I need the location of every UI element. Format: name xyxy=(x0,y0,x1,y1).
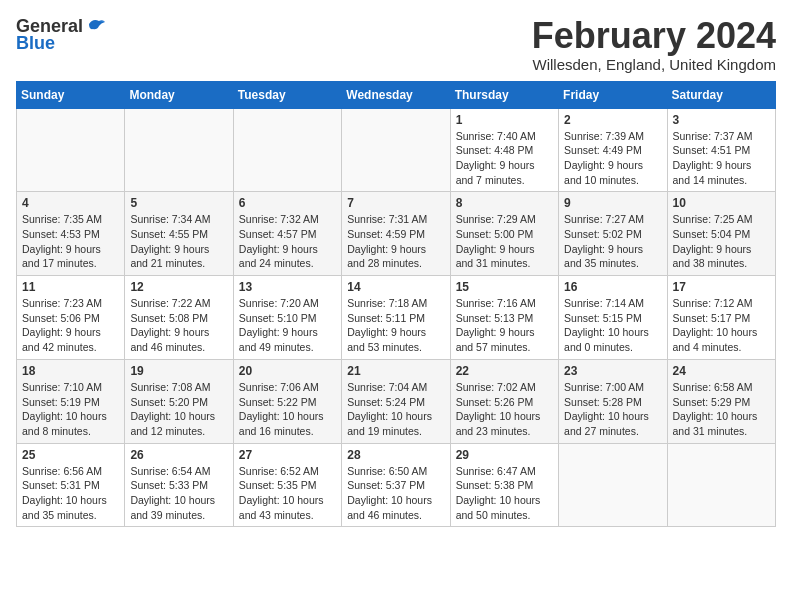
daylight-label: Daylight: 10 hours and 19 minutes. xyxy=(347,410,432,437)
calendar-cell: 24 Sunrise: 6:58 AM Sunset: 5:29 PM Dayl… xyxy=(667,359,775,443)
calendar-cell: 4 Sunrise: 7:35 AM Sunset: 4:53 PM Dayli… xyxy=(17,192,125,276)
day-number: 8 xyxy=(456,196,553,210)
daylight-label: Daylight: 10 hours and 8 minutes. xyxy=(22,410,107,437)
cell-content: Sunrise: 7:18 AM Sunset: 5:11 PM Dayligh… xyxy=(347,296,444,355)
daylight-label: Daylight: 9 hours and 28 minutes. xyxy=(347,243,426,270)
sunset-label: Sunset: 5:38 PM xyxy=(456,479,534,491)
cell-content: Sunrise: 7:02 AM Sunset: 5:26 PM Dayligh… xyxy=(456,380,553,439)
sunrise-label: Sunrise: 7:20 AM xyxy=(239,297,319,309)
calendar-header-row: SundayMondayTuesdayWednesdayThursdayFrid… xyxy=(17,81,776,108)
sunrise-label: Sunrise: 7:02 AM xyxy=(456,381,536,393)
sunset-label: Sunset: 5:02 PM xyxy=(564,228,642,240)
daylight-label: Daylight: 9 hours and 21 minutes. xyxy=(130,243,209,270)
calendar-cell: 26 Sunrise: 6:54 AM Sunset: 5:33 PM Dayl… xyxy=(125,443,233,527)
cell-content: Sunrise: 7:37 AM Sunset: 4:51 PM Dayligh… xyxy=(673,129,770,188)
sunset-label: Sunset: 5:00 PM xyxy=(456,228,534,240)
day-number: 20 xyxy=(239,364,336,378)
daylight-label: Daylight: 9 hours and 38 minutes. xyxy=(673,243,752,270)
sunset-label: Sunset: 5:17 PM xyxy=(673,312,751,324)
cell-content: Sunrise: 7:04 AM Sunset: 5:24 PM Dayligh… xyxy=(347,380,444,439)
cell-content: Sunrise: 7:08 AM Sunset: 5:20 PM Dayligh… xyxy=(130,380,227,439)
sunrise-label: Sunrise: 6:47 AM xyxy=(456,465,536,477)
cell-content: Sunrise: 7:27 AM Sunset: 5:02 PM Dayligh… xyxy=(564,212,661,271)
cell-content: Sunrise: 7:06 AM Sunset: 5:22 PM Dayligh… xyxy=(239,380,336,439)
day-number: 16 xyxy=(564,280,661,294)
sunset-label: Sunset: 4:59 PM xyxy=(347,228,425,240)
sunrise-label: Sunrise: 7:23 AM xyxy=(22,297,102,309)
cell-content: Sunrise: 7:29 AM Sunset: 5:00 PM Dayligh… xyxy=(456,212,553,271)
calendar-cell: 14 Sunrise: 7:18 AM Sunset: 5:11 PM Dayl… xyxy=(342,276,450,360)
sunset-label: Sunset: 5:13 PM xyxy=(456,312,534,324)
cell-content: Sunrise: 6:58 AM Sunset: 5:29 PM Dayligh… xyxy=(673,380,770,439)
sunrise-label: Sunrise: 6:52 AM xyxy=(239,465,319,477)
cell-content: Sunrise: 7:10 AM Sunset: 5:19 PM Dayligh… xyxy=(22,380,119,439)
sunrise-label: Sunrise: 6:58 AM xyxy=(673,381,753,393)
sunset-label: Sunset: 5:33 PM xyxy=(130,479,208,491)
sunset-label: Sunset: 5:31 PM xyxy=(22,479,100,491)
calendar-cell: 7 Sunrise: 7:31 AM Sunset: 4:59 PM Dayli… xyxy=(342,192,450,276)
daylight-label: Daylight: 10 hours and 35 minutes. xyxy=(22,494,107,521)
sunrise-label: Sunrise: 7:29 AM xyxy=(456,213,536,225)
column-header-wednesday: Wednesday xyxy=(342,81,450,108)
sunrise-label: Sunrise: 7:10 AM xyxy=(22,381,102,393)
daylight-label: Daylight: 10 hours and 12 minutes. xyxy=(130,410,215,437)
sunrise-label: Sunrise: 7:34 AM xyxy=(130,213,210,225)
calendar-cell: 8 Sunrise: 7:29 AM Sunset: 5:00 PM Dayli… xyxy=(450,192,558,276)
day-number: 27 xyxy=(239,448,336,462)
sunrise-label: Sunrise: 7:22 AM xyxy=(130,297,210,309)
title-area: February 2024 Willesden, England, United… xyxy=(532,16,776,73)
cell-content: Sunrise: 7:34 AM Sunset: 4:55 PM Dayligh… xyxy=(130,212,227,271)
logo: General Blue xyxy=(16,16,107,54)
sunset-label: Sunset: 5:28 PM xyxy=(564,396,642,408)
calendar-cell: 25 Sunrise: 6:56 AM Sunset: 5:31 PM Dayl… xyxy=(17,443,125,527)
sunset-label: Sunset: 5:26 PM xyxy=(456,396,534,408)
sunrise-label: Sunrise: 7:25 AM xyxy=(673,213,753,225)
day-number: 12 xyxy=(130,280,227,294)
cell-content: Sunrise: 6:52 AM Sunset: 5:35 PM Dayligh… xyxy=(239,464,336,523)
daylight-label: Daylight: 9 hours and 24 minutes. xyxy=(239,243,318,270)
daylight-label: Daylight: 9 hours and 42 minutes. xyxy=(22,326,101,353)
sunrise-label: Sunrise: 7:16 AM xyxy=(456,297,536,309)
calendar-week-row: 11 Sunrise: 7:23 AM Sunset: 5:06 PM Dayl… xyxy=(17,276,776,360)
day-number: 18 xyxy=(22,364,119,378)
calendar-cell: 12 Sunrise: 7:22 AM Sunset: 5:08 PM Dayl… xyxy=(125,276,233,360)
cell-content: Sunrise: 7:14 AM Sunset: 5:15 PM Dayligh… xyxy=(564,296,661,355)
calendar-cell xyxy=(17,108,125,192)
daylight-label: Daylight: 10 hours and 39 minutes. xyxy=(130,494,215,521)
logo-bird-icon xyxy=(85,18,107,36)
sunset-label: Sunset: 5:11 PM xyxy=(347,312,425,324)
sunrise-label: Sunrise: 7:18 AM xyxy=(347,297,427,309)
day-number: 10 xyxy=(673,196,770,210)
cell-content: Sunrise: 6:47 AM Sunset: 5:38 PM Dayligh… xyxy=(456,464,553,523)
calendar-cell: 20 Sunrise: 7:06 AM Sunset: 5:22 PM Dayl… xyxy=(233,359,341,443)
sunset-label: Sunset: 5:15 PM xyxy=(564,312,642,324)
sunset-label: Sunset: 5:35 PM xyxy=(239,479,317,491)
day-number: 15 xyxy=(456,280,553,294)
cell-content: Sunrise: 6:56 AM Sunset: 5:31 PM Dayligh… xyxy=(22,464,119,523)
sunset-label: Sunset: 5:19 PM xyxy=(22,396,100,408)
sunset-label: Sunset: 4:48 PM xyxy=(456,144,534,156)
calendar-cell: 28 Sunrise: 6:50 AM Sunset: 5:37 PM Dayl… xyxy=(342,443,450,527)
daylight-label: Daylight: 9 hours and 53 minutes. xyxy=(347,326,426,353)
calendar-cell: 19 Sunrise: 7:08 AM Sunset: 5:20 PM Dayl… xyxy=(125,359,233,443)
column-header-sunday: Sunday xyxy=(17,81,125,108)
sunrise-label: Sunrise: 7:27 AM xyxy=(564,213,644,225)
cell-content: Sunrise: 7:23 AM Sunset: 5:06 PM Dayligh… xyxy=(22,296,119,355)
column-header-friday: Friday xyxy=(559,81,667,108)
daylight-label: Daylight: 10 hours and 27 minutes. xyxy=(564,410,649,437)
calendar-cell: 9 Sunrise: 7:27 AM Sunset: 5:02 PM Dayli… xyxy=(559,192,667,276)
sunrise-label: Sunrise: 7:35 AM xyxy=(22,213,102,225)
daylight-label: Daylight: 9 hours and 49 minutes. xyxy=(239,326,318,353)
sunrise-label: Sunrise: 7:39 AM xyxy=(564,130,644,142)
calendar-cell xyxy=(667,443,775,527)
sunrise-label: Sunrise: 6:50 AM xyxy=(347,465,427,477)
cell-content: Sunrise: 7:31 AM Sunset: 4:59 PM Dayligh… xyxy=(347,212,444,271)
sunrise-label: Sunrise: 7:12 AM xyxy=(673,297,753,309)
sunrise-label: Sunrise: 6:56 AM xyxy=(22,465,102,477)
day-number: 25 xyxy=(22,448,119,462)
calendar-cell: 15 Sunrise: 7:16 AM Sunset: 5:13 PM Dayl… xyxy=(450,276,558,360)
day-number: 23 xyxy=(564,364,661,378)
cell-content: Sunrise: 7:22 AM Sunset: 5:08 PM Dayligh… xyxy=(130,296,227,355)
daylight-label: Daylight: 9 hours and 31 minutes. xyxy=(456,243,535,270)
column-header-saturday: Saturday xyxy=(667,81,775,108)
